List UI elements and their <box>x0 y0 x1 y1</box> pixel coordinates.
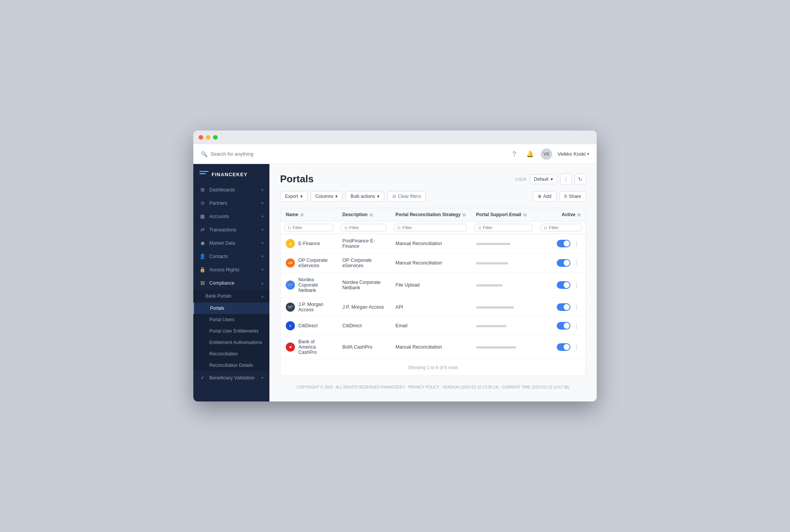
sidebar-item-contacts[interactable]: 👤 Contacts ▾ <box>193 250 269 263</box>
sidebar-logo: FINANCEKEY <box>193 164 269 183</box>
chevron-down-icon: ▾ <box>261 228 263 232</box>
row-reconciliation: Manual Reconciliation <box>390 335 471 360</box>
email-bar <box>476 325 506 327</box>
row-name: ★ Bank of America CashPro <box>280 335 337 360</box>
sidebar-item-access-rights[interactable]: 🔒 Access Rights ▾ <box>193 263 269 276</box>
filter-input-icon: ⊟ <box>478 226 481 230</box>
name-filter-input[interactable] <box>293 225 330 230</box>
filter-input-icon: ⊟ <box>288 226 291 230</box>
row-active: ⋮ <box>537 335 586 360</box>
refresh-button[interactable]: ↻ <box>575 174 586 185</box>
share-button[interactable]: ⎘ Share <box>559 191 586 202</box>
email-filter-input[interactable] <box>483 225 529 230</box>
row-name: Nordea Coporate Netbank <box>280 273 337 298</box>
sidebar-item-accounts[interactable]: ▦ Accounts ▾ <box>193 210 269 223</box>
notifications-icon[interactable]: 🔔 <box>525 149 535 159</box>
sidebar-item-reconciliation[interactable]: Reconciliation <box>193 348 269 360</box>
view-controls: VIEW Default ▾ ⋮ ↻ <box>515 174 586 185</box>
sidebar-item-beneficiary-validation[interactable]: ✓ Beneficiary Validation ▾ <box>193 371 269 384</box>
col-active[interactable]: Active ⊟ <box>537 208 586 221</box>
sidebar-item-portal-users[interactable]: Portal Users <box>193 314 269 325</box>
sidebar-item-entitlement-authorisations[interactable]: Entitlement Authorisations <box>193 337 269 348</box>
add-button[interactable]: ⊕ Add <box>533 191 556 202</box>
close-dot[interactable] <box>199 135 203 140</box>
sidebar-item-market-data[interactable]: ◉ Market Data ▾ <box>193 236 269 250</box>
active-toggle[interactable] <box>557 281 570 289</box>
row-actions-button[interactable]: ⋮ <box>573 240 580 247</box>
description-filter-input[interactable] <box>349 225 383 230</box>
sidebar-item-portals[interactable]: Portals <box>193 303 269 314</box>
chevron-down-icon: ▾ <box>261 376 263 380</box>
row-active: ⋮ <box>537 253 586 273</box>
row-description: CitiDirect <box>337 317 390 335</box>
col-support-email[interactable]: Portal Support Email ⊟ <box>471 208 537 221</box>
col-name[interactable]: Name ⊟ <box>280 208 337 221</box>
bank-portals-parent[interactable]: Bank Portals ▴ <box>193 290 269 303</box>
search-icon: 🔍 <box>201 151 207 157</box>
row-actions-button[interactable]: ⋮ <box>573 304 580 311</box>
table-row: ● E-Finance PostFinance E-Finance Manual… <box>280 234 586 253</box>
toolbar: Export ▾ Columns ▾ Bulk actions ▾ ⊘ Clea… <box>280 191 586 202</box>
filter-input-icon: ⊟ <box>544 226 547 230</box>
clear-filters-button[interactable]: ⊘ Clear filters <box>387 191 426 202</box>
beneficiary-icon: ✓ <box>199 375 205 381</box>
chevron-up-icon: ▴ <box>261 281 263 285</box>
user-name[interactable]: Veikko Koski ▾ <box>557 151 589 157</box>
filter-description: ⊟ <box>337 221 390 234</box>
export-button[interactable]: Export ▾ <box>280 191 307 202</box>
more-options-button[interactable]: ⋮ <box>560 174 572 185</box>
row-description: OP Corporate eServices <box>337 253 390 273</box>
dashboards-icon: ⊞ <box>199 187 205 193</box>
row-active: ⋮ <box>537 273 586 298</box>
sidebar-item-dashboards[interactable]: ⊞ Dashboards ▾ <box>193 183 269 196</box>
chevron-down-icon: ▾ <box>377 194 379 199</box>
search-input[interactable] <box>210 151 325 157</box>
partners-icon: ⊙ <box>199 200 205 206</box>
filter-row: ⊟ ⊟ <box>280 221 586 234</box>
chevron-down-icon: ▾ <box>261 241 263 245</box>
active-toggle[interactable] <box>557 259 570 267</box>
sidebar-item-transactions[interactable]: ⇄ Transactions ▾ <box>193 223 269 236</box>
sidebar-item-portal-user-entitlements[interactable]: Portal User Entitlements <box>193 325 269 337</box>
active-toggle[interactable] <box>557 303 570 311</box>
app-container: 🔍 ? 🔔 VK Veikko Koski ▾ <box>193 144 597 401</box>
row-actions-button[interactable]: ⋮ <box>573 282 580 289</box>
filter-input-icon: ⊟ <box>397 226 400 230</box>
page-header: Portals VIEW Default ▾ ⋮ ↻ <box>280 173 586 185</box>
reconciliation-filter-input[interactable] <box>402 225 463 230</box>
row-actions-button[interactable]: ⋮ <box>573 344 580 351</box>
chevron-down-icon: ▾ <box>261 201 263 205</box>
row-email <box>471 335 537 360</box>
filter-active: ⊟ <box>537 221 586 234</box>
chevron-down-icon: ▾ <box>587 152 589 156</box>
chevron-down-icon: ▾ <box>551 177 553 182</box>
columns-button[interactable]: Columns ▾ <box>311 191 342 202</box>
minimize-dot[interactable] <box>206 135 210 140</box>
row-actions-button[interactable]: ⋮ <box>573 260 580 267</box>
filter-reconciliation: ⊟ <box>390 221 471 234</box>
row-name: J.P. Morgan Access <box>280 298 337 317</box>
chevron-down-icon: ▾ <box>335 194 338 199</box>
topbar-right: ? 🔔 VK Veikko Koski ▾ <box>509 148 589 160</box>
col-description[interactable]: Description ⊟ <box>337 208 390 221</box>
row-actions-button[interactable]: ⋮ <box>573 322 580 330</box>
maximize-dot[interactable] <box>213 135 218 140</box>
help-icon[interactable]: ? <box>509 149 519 159</box>
view-select[interactable]: Default ▾ <box>530 174 557 184</box>
bulk-actions-button[interactable]: Bulk actions ▾ <box>346 191 384 202</box>
sidebar-item-partners[interactable]: ⊙ Partners ▾ <box>193 196 269 210</box>
active-toggle[interactable] <box>557 322 570 330</box>
table-row: ★ Bank of America CashPro BofA CashPro M… <box>280 335 586 360</box>
sidebar-item-compliance[interactable]: ⊟ Compliance ▴ <box>193 276 269 290</box>
filter-email: ⊟ <box>471 221 537 234</box>
table-footer: Showing 1 to 6 of 6 rows <box>280 359 586 376</box>
email-bar <box>476 306 514 309</box>
email-bar <box>476 243 510 245</box>
table-row: c CitiDirect CitiDirect Email <box>280 317 586 335</box>
col-reconciliation-strategy[interactable]: Portal Reconciliation Strategy ⊟ <box>390 208 471 221</box>
active-toggle[interactable] <box>557 343 570 351</box>
sidebar-item-reconciliation-details[interactable]: Reconciliation Details <box>193 360 269 371</box>
active-toggle[interactable] <box>557 240 570 247</box>
page-footer: COPYRIGHT © 2023 · ALL RIGHTS RESERVED F… <box>280 382 586 392</box>
active-filter-input[interactable] <box>549 225 578 230</box>
